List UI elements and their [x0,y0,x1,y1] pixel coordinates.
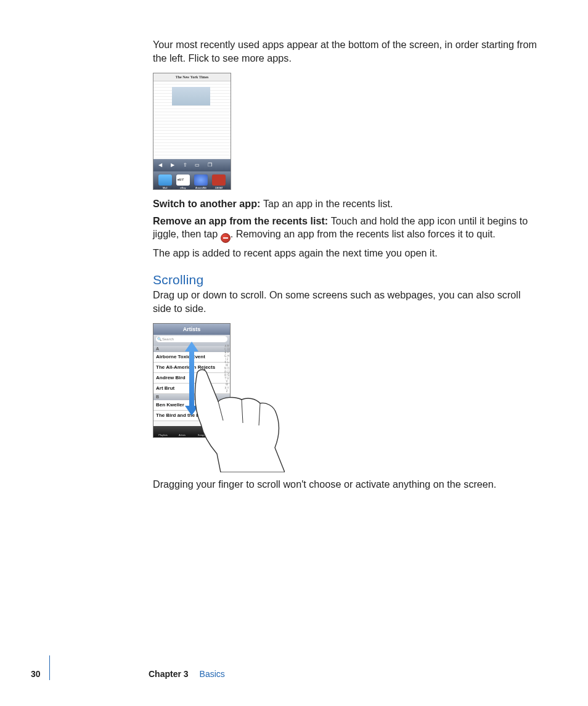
dock-app-zagat: ZAGAT [212,174,226,189]
dock-app-mail: Mail [158,174,172,189]
dock-app-ebay: eBay [176,174,190,189]
share-icon: ⇪ [182,162,188,168]
artists-navbar: Artists [153,324,230,335]
tab-playlists: Playlists [153,426,173,437]
switch-app-paragraph: Switch to another app: Tap an app in the… [153,197,540,211]
bookmarks-icon: ▭ [194,162,200,168]
page-footer: 30 Chapter 3 Basics [31,664,555,684]
scrolling-intro: Drag up or down to scroll. On some scree… [153,289,540,316]
nyt-hero-image [172,87,210,105]
footer-rule [49,655,50,680]
nyt-body [153,81,231,159]
switch-app-text: Tap an app in the recents list. [263,198,393,209]
readded-paragraph: The app is added to recent apps again th… [153,247,540,260]
search-field: Search [156,336,227,342]
intro-paragraph: Your most recently used apps appear at t… [153,38,540,65]
hand-illustration [186,367,285,472]
back-icon: ◀ [157,162,163,168]
chapter-name: Basics [200,669,225,679]
search-bar: Search [153,335,230,346]
section-a-header: A [153,346,230,352]
remove-app-label: Remove an app from the recents list: [153,215,331,226]
artist-row: Airborne Toxic Event [153,352,230,363]
page-content: Your most recently used apps appear at t… [153,38,540,495]
dock-app-aroundme: AroundMe [194,174,208,189]
remove-app-text-b: . Removing an app from the recents list … [231,228,496,239]
forward-icon: ▶ [169,162,176,168]
remove-app-paragraph: Remove an app from the recents list: Tou… [153,215,540,244]
recents-dock: Mail eBay AroundMe ZAGAT [153,171,231,190]
scrolling-heading: Scrolling [153,273,540,287]
safari-toolbar: ◀ ▶ ⇪ ▭ ❐ [153,159,231,171]
chapter-label: Chapter 3 [149,669,189,679]
minus-icon [221,233,231,243]
page-number: 30 [31,669,49,679]
pages-icon: ❐ [206,162,213,168]
nyt-masthead: The New York Times [153,73,231,81]
figure-recents-screenshot: The New York Times ◀ ▶ ⇪ ▭ ❐ Mail eBay A… [153,73,231,190]
scrolling-note: Dragging your finger to scroll won't cho… [153,478,540,491]
figure-scrolling: Artists Search A Airborne Toxic Event Th… [153,323,282,468]
switch-app-label: Switch to another app: [153,198,263,209]
